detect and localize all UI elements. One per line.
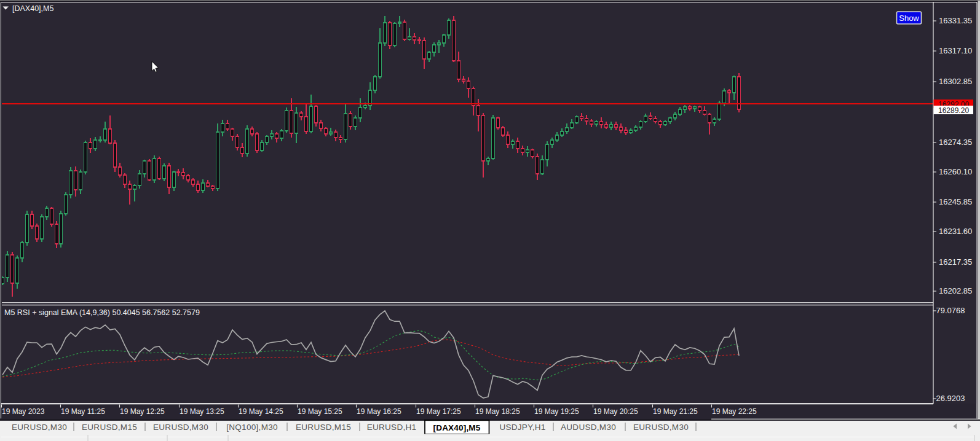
svg-text:EURUSD,M30: EURUSD,M30 — [633, 423, 689, 432]
svg-text:16289.20: 16289.20 — [938, 106, 969, 115]
svg-text:EURUSD,M30: EURUSD,M30 — [12, 423, 67, 432]
svg-text:[DAX40],M5: [DAX40],M5 — [433, 423, 480, 432]
svg-text:16231.60: 16231.60 — [939, 227, 972, 236]
svg-text:16202.85: 16202.85 — [939, 286, 972, 295]
svg-text:26.9203: 26.9203 — [936, 394, 965, 403]
svg-text:19 May 14:25: 19 May 14:25 — [239, 407, 283, 416]
svg-text:79.0768: 79.0768 — [936, 306, 965, 315]
svg-text:16260.10: 16260.10 — [939, 167, 972, 176]
svg-text:19 May 21:25: 19 May 21:25 — [653, 407, 698, 416]
svg-text:EURUSD,M15: EURUSD,M15 — [82, 423, 137, 432]
svg-text:[DAX40],M5: [DAX40],M5 — [12, 4, 53, 13]
svg-text:19 May 2023: 19 May 2023 — [2, 407, 45, 416]
svg-text:19 May 18:25: 19 May 18:25 — [475, 407, 520, 416]
svg-text:16217.35: 16217.35 — [939, 257, 972, 267]
svg-text:19 May 15:25: 19 May 15:25 — [298, 407, 342, 416]
svg-text:EURUSD,H1: EURUSD,H1 — [367, 423, 417, 432]
svg-text:16331.35: 16331.35 — [939, 16, 972, 25]
svg-text:USDJPY,H1: USDJPY,H1 — [499, 423, 545, 432]
svg-text:EURUSD,M15: EURUSD,M15 — [296, 423, 351, 432]
svg-text:19 May 22:25: 19 May 22:25 — [712, 407, 757, 416]
svg-text:M5 RSI + signal EMA (14,9,36): M5 RSI + signal EMA (14,9,36) 50.4045 56… — [4, 308, 200, 317]
svg-text:19 May 11:25: 19 May 11:25 — [61, 407, 105, 416]
svg-text:[NQ100],M30: [NQ100],M30 — [226, 423, 278, 432]
svg-text:16317.10: 16317.10 — [939, 46, 972, 55]
svg-text:EURUSD,M30: EURUSD,M30 — [153, 423, 208, 432]
svg-text:16245.85: 16245.85 — [939, 197, 972, 206]
svg-text:19 May 17:25: 19 May 17:25 — [416, 407, 461, 416]
svg-text:16274.35: 16274.35 — [939, 138, 972, 147]
svg-text:19 May 12:25: 19 May 12:25 — [120, 407, 165, 416]
svg-text:Show: Show — [899, 14, 919, 23]
svg-text:19 May 13:25: 19 May 13:25 — [180, 407, 224, 416]
svg-text:19 May 19:25: 19 May 19:25 — [534, 407, 579, 416]
svg-text:16302.85: 16302.85 — [939, 77, 972, 86]
svg-text:19 May 20:25: 19 May 20:25 — [593, 407, 638, 416]
svg-text:AUDUSD,M30: AUDUSD,M30 — [561, 423, 616, 432]
svg-text:19 May 16:25: 19 May 16:25 — [357, 407, 401, 416]
